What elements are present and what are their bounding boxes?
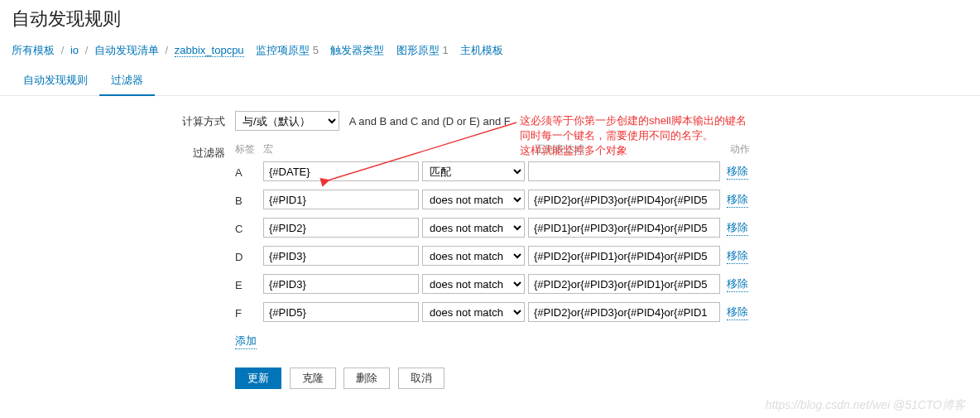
macro-input[interactable]	[263, 161, 419, 181]
bc-item-proto[interactable]: 监控项原型	[256, 44, 310, 56]
filter-row: Cdoes not match移除	[235, 218, 968, 238]
tabs: 自动发现规则 过滤器	[0, 66, 980, 96]
head-action: 动作	[730, 142, 771, 156]
remove-link[interactable]: 移除	[727, 248, 748, 264]
filter-section-label: 过滤器	[12, 142, 235, 161]
filter-row: Edoes not match移除	[235, 274, 968, 294]
operator-select[interactable]: does not match	[422, 274, 525, 294]
bc-host-proto[interactable]: 主机模板	[460, 44, 503, 56]
operator-select[interactable]: does not match	[422, 190, 525, 209]
operator-select[interactable]: does not match	[422, 302, 525, 322]
clone-button[interactable]: 克隆	[290, 368, 336, 389]
head-label: 标签	[235, 142, 263, 156]
row-letter: D	[235, 249, 263, 263]
macro-input[interactable]	[263, 302, 419, 322]
row-letter: A	[235, 165, 263, 179]
cancel-button[interactable]: 取消	[398, 368, 444, 389]
filter-row: Ddoes not match移除	[235, 246, 968, 266]
filter-grid: 标签 宏 正则表达式 动作 A匹配移除Bdoes not match移除Cdoe…	[235, 142, 968, 349]
filter-row: Bdoes not match移除	[235, 190, 968, 209]
calc-label: 计算方式	[12, 111, 235, 129]
bc-item-count: 5	[313, 44, 319, 56]
operator-select[interactable]: does not match	[422, 218, 525, 238]
breadcrumb: 所有模板 / io / 自动发现清单 / zabbix_topcpu 监控项原型…	[0, 41, 980, 66]
page-title: 自动发现规则	[0, 0, 980, 41]
macro-input[interactable]	[263, 218, 419, 238]
update-button[interactable]: 更新	[235, 368, 281, 389]
row-letter: E	[235, 277, 263, 291]
bc-io[interactable]: io	[70, 44, 79, 56]
tab-filter[interactable]: 过滤器	[99, 66, 155, 96]
row-letter: C	[235, 221, 263, 235]
regexp-input[interactable]	[528, 218, 720, 238]
remove-link[interactable]: 移除	[727, 276, 748, 292]
macro-input[interactable]	[263, 246, 419, 266]
filter-row: Fdoes not match移除	[235, 302, 968, 322]
filter-row: A匹配移除	[235, 161, 968, 181]
form-area: 计算方式 与/或（默认） A and B and C and (D or E) …	[0, 96, 980, 418]
bc-discovery-list[interactable]: 自动发现清单	[94, 44, 159, 56]
bc-topcpu[interactable]: zabbix_topcpu	[175, 44, 244, 57]
regexp-input[interactable]	[528, 246, 720, 266]
bc-all-templates[interactable]: 所有模板	[12, 44, 55, 56]
button-bar: 更新 克隆 删除 取消	[235, 368, 968, 389]
calc-select[interactable]: 与/或（默认）	[235, 111, 339, 131]
remove-link[interactable]: 移除	[727, 220, 748, 236]
remove-link[interactable]: 移除	[727, 164, 748, 180]
row-letter: B	[235, 193, 263, 207]
head-macro: 宏	[263, 142, 425, 156]
row-letter: F	[235, 305, 263, 320]
bc-trigger-proto[interactable]: 触发器类型	[330, 44, 384, 56]
operator-select[interactable]: does not match	[422, 246, 525, 266]
head-regexp: 正则表达式	[535, 142, 730, 156]
regexp-input[interactable]	[528, 302, 720, 322]
regexp-input[interactable]	[528, 190, 720, 209]
formula-text: A and B and C and (D or E) and F	[349, 115, 511, 127]
remove-link[interactable]: 移除	[727, 305, 748, 320]
tab-discovery[interactable]: 自动发现规则	[12, 66, 99, 96]
operator-select[interactable]: 匹配	[422, 161, 525, 181]
regexp-input[interactable]	[528, 274, 720, 294]
remove-link[interactable]: 移除	[727, 192, 748, 208]
regexp-input[interactable]	[528, 161, 720, 181]
bc-graph-proto[interactable]: 图形原型	[396, 44, 440, 56]
macro-input[interactable]	[263, 190, 419, 209]
delete-button[interactable]: 删除	[343, 368, 390, 389]
bc-graph-count: 1	[442, 44, 448, 56]
macro-input[interactable]	[263, 274, 419, 294]
add-filter-link[interactable]: 添加	[235, 334, 257, 349]
